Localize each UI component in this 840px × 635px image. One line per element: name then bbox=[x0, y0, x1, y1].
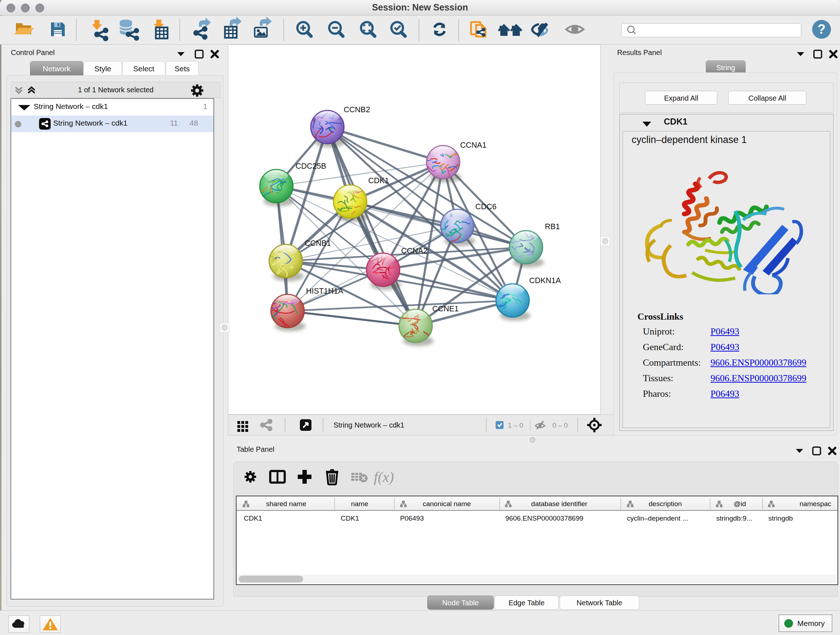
svg-text:CDKN1A: CDKN1A bbox=[529, 276, 561, 285]
svg-text:CCNE1: CCNE1 bbox=[432, 304, 459, 313]
svg-text:CCNA2: CCNA2 bbox=[401, 247, 428, 255]
svg-text:CDK1: CDK1 bbox=[368, 176, 389, 185]
svg-text:CDC25B: CDC25B bbox=[295, 162, 326, 171]
svg-text:f(x): f(x) bbox=[374, 469, 394, 485]
svg-text:CCNB2: CCNB2 bbox=[344, 105, 370, 114]
svg-text:CCNB1: CCNB1 bbox=[305, 239, 331, 248]
svg-text:name: name bbox=[351, 500, 368, 508]
svg-text:0 – 0: 0 – 0 bbox=[553, 421, 568, 429]
svg-text:shared name: shared name bbox=[266, 500, 306, 508]
svg-text:canonical name: canonical name bbox=[423, 500, 471, 508]
svg-text:CDC6: CDC6 bbox=[475, 203, 497, 211]
svg-text:database identifier: database identifier bbox=[531, 500, 587, 508]
svg-text:description: description bbox=[649, 500, 682, 508]
svg-text:RB1: RB1 bbox=[545, 222, 560, 231]
svg-text:?: ? bbox=[818, 22, 826, 36]
svg-text:1 – 0: 1 – 0 bbox=[508, 421, 523, 429]
svg-text:HIST1H1A: HIST1H1A bbox=[306, 287, 343, 295]
svg-text:String Network – cdk1: String Network – cdk1 bbox=[333, 421, 404, 429]
svg-text:@id: @id bbox=[734, 500, 746, 508]
svg-text:CCNA1: CCNA1 bbox=[460, 141, 486, 149]
svg-text:namespac: namespac bbox=[799, 500, 831, 508]
